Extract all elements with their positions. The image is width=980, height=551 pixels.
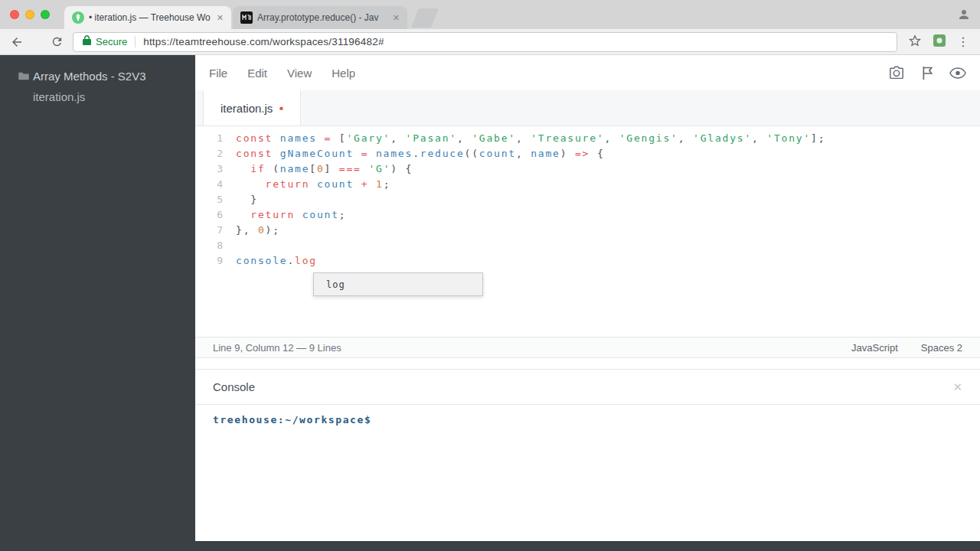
treehouse-favicon-icon bbox=[72, 11, 84, 24]
statusbar-right: JavaScript Spaces 2 bbox=[851, 342, 962, 354]
new-tab-button[interactable] bbox=[411, 8, 439, 28]
browser-toolbar: Secure https://teamtreehouse.com/workspa… bbox=[0, 29, 980, 55]
browser-tab-workspace[interactable]: • iteration.js — Treehouse Wor ✕ bbox=[64, 6, 231, 29]
line-number: 1 bbox=[195, 131, 223, 146]
line-number: 7 bbox=[195, 223, 223, 238]
autocomplete-popup: log bbox=[313, 272, 483, 296]
line-code: const gNameCount = names.reduce((count, … bbox=[236, 146, 605, 161]
menu-help[interactable]: Help bbox=[332, 67, 355, 80]
window-minimize-button[interactable] bbox=[25, 10, 34, 19]
line-code: const names = ['Gary', 'Pasan', 'Gabe', … bbox=[236, 131, 825, 146]
line-number: 2 bbox=[195, 146, 223, 161]
toolbar-actions: ⋮ bbox=[905, 34, 972, 51]
code-editor[interactable]: 1const names = ['Gary', 'Pasan', 'Gabe',… bbox=[195, 126, 980, 337]
code-line[interactable]: 2const gNameCount = names.reduce((count,… bbox=[195, 146, 980, 161]
preview-eye-icon[interactable] bbox=[949, 64, 966, 81]
file-sidebar: Array Methods - S2V3 iteration.js bbox=[0, 55, 195, 541]
code-lines: 1const names = ['Gary', 'Pasan', 'Gabe',… bbox=[195, 131, 980, 269]
snapshot-camera-icon[interactable] bbox=[888, 64, 905, 81]
line-code: return count; bbox=[236, 207, 346, 223]
url-separator bbox=[135, 36, 136, 47]
line-number: 4 bbox=[195, 177, 223, 192]
url-text[interactable]: https://teamtreehouse.com/workspaces/311… bbox=[143, 36, 384, 47]
panel-gap bbox=[195, 358, 980, 369]
page-footer-bar bbox=[0, 541, 980, 551]
browser-menu-icon[interactable]: ⋮ bbox=[957, 34, 969, 49]
sidebar-item-file[interactable]: iteration.js bbox=[18, 88, 195, 105]
terminal[interactable]: treehouse:~/workspace$ bbox=[195, 405, 980, 541]
browser-tab-title: Array.prototype.reduce() - Jav bbox=[257, 12, 387, 23]
folder-icon bbox=[18, 70, 29, 83]
browser-tab-strip: • iteration.js — Treehouse Wor ✕ Array.p… bbox=[64, 0, 435, 29]
window-zoom-button[interactable] bbox=[41, 10, 50, 19]
browser-titlebar: • iteration.js — Treehouse Wor ✕ Array.p… bbox=[0, 0, 980, 29]
indent-selector[interactable]: Spaces 2 bbox=[921, 342, 962, 354]
unsaved-dot-icon: • bbox=[279, 102, 283, 115]
workspace-menubar: File Edit View Help bbox=[195, 55, 980, 90]
browser-tab-mdn[interactable]: Array.prototype.reduce() - Jav ✕ bbox=[233, 6, 407, 29]
code-line[interactable]: 6 return count; bbox=[195, 207, 980, 223]
window-controls bbox=[10, 10, 50, 19]
browser-tab-title: • iteration.js — Treehouse Wor bbox=[89, 12, 211, 23]
tab-close-icon[interactable]: ✕ bbox=[391, 13, 401, 23]
editor-statusbar: Line 9, Column 12 — 9 Lines JavaScript S… bbox=[195, 337, 980, 358]
menu-file[interactable]: File bbox=[209, 67, 227, 80]
editor-pane: File Edit View Help iteration.js • bbox=[195, 55, 980, 541]
line-code: console.log bbox=[236, 253, 317, 269]
window-close-button[interactable] bbox=[10, 10, 19, 19]
menu-edit[interactable]: Edit bbox=[247, 67, 267, 80]
terminal-prompt: treehouse:~/workspace$ bbox=[213, 414, 371, 425]
autocomplete-item-log[interactable]: log bbox=[326, 279, 345, 290]
extension-icon[interactable] bbox=[933, 34, 946, 50]
console-close-icon[interactable]: ✕ bbox=[952, 380, 962, 394]
reload-button[interactable] bbox=[47, 33, 66, 51]
language-selector[interactable]: JavaScript bbox=[851, 342, 898, 354]
secure-label: Secure bbox=[96, 36, 127, 47]
sidebar-item-project[interactable]: Array Methods - S2V3 bbox=[18, 67, 195, 84]
line-number: 5 bbox=[195, 192, 223, 207]
editor-tab-name: iteration.js bbox=[220, 102, 273, 115]
line-code: if (name[0] === 'G') { bbox=[236, 161, 413, 177]
line-code: }, 0); bbox=[236, 223, 280, 238]
cursor-position-text: Line 9, Column 12 — 9 Lines bbox=[213, 342, 341, 354]
back-button[interactable] bbox=[8, 33, 26, 51]
line-number: 9 bbox=[195, 253, 223, 269]
console-title: Console bbox=[213, 380, 255, 393]
code-line[interactable]: 3 if (name[0] === 'G') { bbox=[195, 161, 980, 177]
line-number: 3 bbox=[195, 161, 223, 177]
bookmark-star-icon[interactable] bbox=[908, 34, 922, 51]
tab-close-icon[interactable]: ✕ bbox=[215, 13, 225, 23]
menu-view[interactable]: View bbox=[287, 67, 312, 80]
line-number: 8 bbox=[195, 238, 223, 253]
code-line[interactable]: 4 return count + 1; bbox=[195, 177, 980, 192]
line-number: 6 bbox=[195, 207, 223, 223]
line-code: return count + 1; bbox=[236, 177, 390, 192]
editor-tab-bar: iteration.js • bbox=[195, 90, 980, 126]
profile-icon[interactable] bbox=[957, 8, 971, 24]
editor-tab-iteration-js[interactable]: iteration.js • bbox=[203, 90, 301, 126]
workspace-content: Array Methods - S2V3 iteration.js File E… bbox=[0, 55, 980, 541]
console-panel: Console ✕ treehouse:~/workspace$ bbox=[195, 369, 980, 541]
code-line[interactable]: 5 } bbox=[195, 192, 980, 207]
address-bar[interactable]: Secure https://teamtreehouse.com/workspa… bbox=[73, 32, 897, 52]
code-line[interactable]: 1const names = ['Gary', 'Pasan', 'Gabe',… bbox=[195, 131, 980, 146]
file-name: iteration.js bbox=[33, 90, 85, 103]
fork-flag-icon[interactable] bbox=[919, 64, 936, 81]
console-header: Console ✕ bbox=[195, 370, 980, 405]
code-line[interactable]: 9console.log bbox=[195, 253, 980, 269]
line-code: } bbox=[236, 192, 258, 207]
mdn-favicon-icon bbox=[240, 11, 253, 24]
lock-icon bbox=[83, 35, 91, 49]
code-line[interactable]: 8 bbox=[195, 238, 980, 253]
code-line[interactable]: 7}, 0); bbox=[195, 223, 980, 238]
project-name: Array Methods - S2V3 bbox=[33, 70, 146, 83]
menubar-actions bbox=[888, 64, 966, 81]
